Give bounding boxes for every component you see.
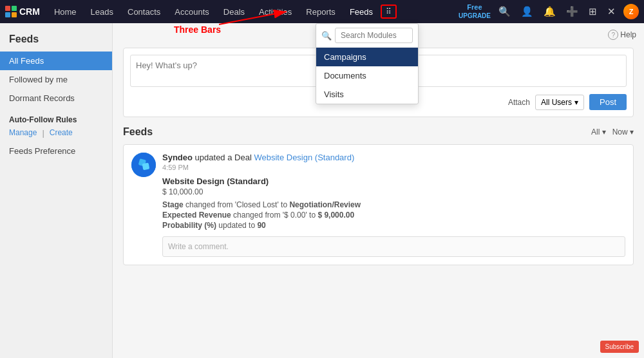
contacts-icon[interactable]: 👤 [518,5,536,19]
now-filter-btn[interactable]: Now ▾ [612,127,634,137]
nav-activities[interactable]: Activities [252,3,298,21]
manage-link[interactable]: Manage [9,128,37,138]
nav-feeds[interactable]: Feeds [343,3,379,21]
separator: | [42,128,44,138]
nav-leads[interactable]: Leads [84,3,120,21]
feed-item: Syndeo updated a Deal Website Design (St… [123,144,634,265]
feed-user: Syndeo [162,153,193,162]
feed-action-label: updated a Deal [195,153,252,162]
feeds-header: Feeds All ▾ Now ▾ [123,126,634,138]
subscribe-button[interactable]: Subscribe [600,341,639,353]
all-filter-btn[interactable]: All ▾ [591,127,606,137]
dropdown-search-container: 🔍 [316,24,418,48]
zoho-avatar[interactable]: Z [623,4,639,19]
auto-follow-links: Manage | Create [0,127,112,142]
module-search-input[interactable] [335,28,413,43]
nav-reports[interactable]: Reports [299,3,342,21]
nav-deals[interactable]: Deals [217,3,251,21]
svg-rect-3 [12,12,17,17]
sidebar-item-all-feeds[interactable]: All Feeds [0,52,112,70]
crm-logo-icon [5,6,17,17]
feed-time: 4:59 PM [162,164,625,171]
nav-upgrade[interactable]: Free UPGRADE [459,3,491,19]
search-icon: 🔍 [321,31,332,41]
nav-more-button[interactable]: ⠿ [381,5,397,19]
close-icon[interactable]: ✕ [605,5,618,19]
nav-logo-text: CRM [19,6,40,17]
feed-action-text: Syndeo updated a Deal Website Design (St… [162,153,625,162]
nav-accounts[interactable]: Accounts [168,3,215,21]
attach-label: Attach [508,98,530,107]
comment-box[interactable]: Write a comment. [162,236,625,257]
search-icon[interactable]: 🔍 [496,5,513,19]
dropdown-item-campaigns[interactable]: Campaigns [316,48,418,66]
create-link[interactable]: Create [50,128,73,138]
avatar [131,153,156,177]
feed-item-header: Syndeo updated a Deal Website Design (St… [131,153,625,257]
dropdown-item-documents[interactable]: Documents [316,66,418,85]
svg-rect-2 [5,12,10,17]
modules-dropdown: 🔍 Campaigns Documents Visits [316,23,419,104]
svg-rect-1 [12,6,17,11]
sidebar-item-dormant[interactable]: Dormant Records [0,89,112,108]
sidebar: Feeds All Feeds Followed by me Dormant R… [0,23,113,358]
help-link[interactable]: ? Help [608,30,636,40]
nav-right: Free UPGRADE 🔍 👤 🔔 ➕ ⊞ ✕ Z [459,3,639,19]
feed-deal-amount: $ 10,000.00 [162,187,625,196]
feed-deal-title: Website Design (Standard) [162,176,625,186]
feed-deal-link[interactable]: Website Design (Standard) [254,153,354,162]
all-users-select[interactable]: All Users ▾ [535,95,584,110]
nav-items: Home Leads Contacts Accounts Deals Activ… [48,3,459,21]
nav-logo[interactable]: CRM [5,6,40,17]
svg-rect-8 [142,163,150,171]
nav-home[interactable]: Home [48,3,83,21]
syndeo-avatar-icon [131,153,156,177]
sidebar-item-followed[interactable]: Followed by me [0,70,112,89]
feed-change-3: Probability (%) updated to 90 [162,221,625,230]
plus-icon[interactable]: ➕ [564,5,581,19]
auto-follow-label: Auto-Follow Rules [0,108,112,127]
feed-body: Syndeo updated a Deal Website Design (St… [162,153,625,257]
sidebar-title: Feeds [0,31,112,52]
grid-icon[interactable]: ⊞ [586,5,600,19]
help-icon: ? [608,30,618,40]
feeds-filters: All ▾ Now ▾ [591,127,634,137]
top-nav: CRM Home Leads Contacts Accounts Deals A… [0,0,644,23]
sidebar-item-preference[interactable]: Feeds Preference [0,142,112,160]
chevron-down-icon: ▾ [574,98,578,107]
feed-change-2: Expected Revenue changed from '$ 0.00' t… [162,211,625,220]
feeds-section-title: Feeds [123,126,153,138]
nav-contacts[interactable]: Contacts [121,3,167,21]
dropdown-item-visits[interactable]: Visits [316,85,418,104]
feed-change-1: Stage changed from 'Closed Lost' to Nego… [162,200,625,209]
post-button[interactable]: Post [589,94,627,110]
bell-icon[interactable]: 🔔 [541,5,558,19]
svg-rect-0 [5,6,10,11]
